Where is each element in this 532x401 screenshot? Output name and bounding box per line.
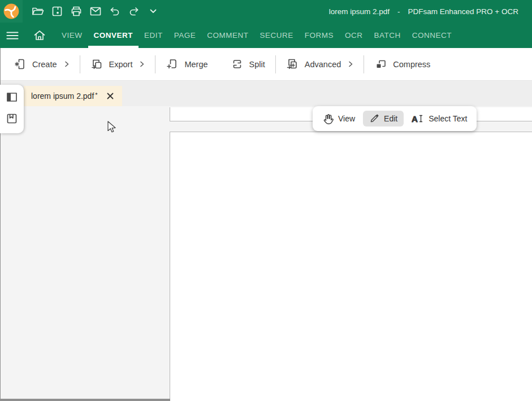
- create-document-icon: [14, 58, 27, 71]
- redo-button[interactable]: [124, 3, 144, 19]
- ribbon-separator: [275, 55, 276, 73]
- open-folder-icon: [31, 5, 45, 18]
- view-mode-button[interactable]: View: [322, 113, 355, 125]
- select-text-mode-button[interactable]: A Select Text: [412, 113, 467, 124]
- menu-tab-forms[interactable]: FORMS: [299, 23, 339, 48]
- tab-close-button[interactable]: [106, 92, 114, 100]
- edit-mode-button[interactable]: Edit: [363, 111, 404, 127]
- sidebar-tools-panel: [0, 85, 24, 133]
- export-icon: [90, 58, 103, 71]
- chevron-right-icon: [140, 60, 145, 68]
- advanced-submenu-chevron: [348, 60, 353, 68]
- save-icon: [50, 5, 64, 18]
- chevron-down-icon: [148, 6, 158, 16]
- window-bottom-border: [0, 399, 170, 401]
- advanced-button[interactable]: Advanced: [286, 58, 354, 71]
- mouse-cursor: [107, 121, 120, 134]
- window-title-document: lorem ipsum 2.pdf: [329, 7, 390, 16]
- main-menu-button[interactable]: [0, 23, 25, 48]
- app-logo[interactable]: [0, 0, 23, 23]
- undo-icon: [108, 5, 122, 18]
- document-tab[interactable]: lorem ipsum 2.pdf *: [24, 86, 122, 106]
- ribbon-separator: [364, 55, 364, 73]
- home-button[interactable]: [27, 23, 52, 48]
- print-button[interactable]: [67, 3, 86, 19]
- menu-tab-batch[interactable]: BATCH: [369, 23, 406, 48]
- export-submenu-chevron: [140, 60, 145, 68]
- menubar: VIEW CONVERT EDIT PAGE COMMENT SECURE FO…: [0, 23, 532, 48]
- document-page[interactable]: [170, 132, 532, 401]
- merge-button[interactable]: Merge: [166, 58, 207, 71]
- hand-icon: [322, 113, 334, 125]
- menu-tab-connect[interactable]: CONNECT: [406, 23, 457, 48]
- ribbon-toolbar: Create Export Merge: [0, 48, 532, 81]
- email-button[interactable]: [86, 3, 105, 19]
- menu-tab-edit[interactable]: EDIT: [139, 23, 168, 48]
- text-select-icon: A: [412, 113, 424, 124]
- window-title-app: PDFsam Enhanced PRO + OCR: [408, 7, 518, 16]
- menu-tab-ocr[interactable]: OCR: [339, 23, 369, 48]
- pdfsam-window: lorem ipsum 2.pdf - PDFsam Enhanced PRO …: [0, 0, 532, 401]
- tab-label: lorem ipsum 2.pdf: [31, 91, 94, 101]
- pdfsam-logo-icon: [3, 3, 20, 20]
- menu-tabs: VIEW CONVERT EDIT PAGE COMMENT SECURE FO…: [56, 23, 457, 48]
- home-icon: [33, 29, 46, 42]
- window-title-separator: -: [397, 7, 400, 16]
- svg-text:A: A: [412, 114, 418, 124]
- compress-button[interactable]: Compress: [374, 58, 430, 71]
- ribbon-separator: [80, 55, 80, 73]
- advanced-icon: [286, 58, 299, 71]
- split-button[interactable]: Split: [231, 58, 265, 71]
- chevron-right-icon: [64, 60, 70, 68]
- print-icon: [70, 5, 83, 18]
- save-button[interactable]: [47, 3, 67, 19]
- titlebar: lorem ipsum 2.pdf - PDFsam Enhanced PRO …: [0, 0, 532, 23]
- window-title: lorem ipsum 2.pdf - PDFsam Enhanced PRO …: [329, 0, 518, 23]
- split-icon: [231, 58, 244, 71]
- merge-icon: [166, 58, 179, 71]
- menu-tab-comment[interactable]: COMMENT: [201, 23, 254, 48]
- expand-toolbar-button[interactable]: [144, 3, 163, 19]
- menu-tab-secure[interactable]: SECURE: [254, 23, 299, 48]
- ribbon-separator: [155, 55, 155, 73]
- pencil-icon: [369, 114, 379, 124]
- close-icon: [106, 92, 114, 100]
- document-tabbar: lorem ipsum 2.pdf *: [0, 81, 532, 106]
- menu-tab-view[interactable]: VIEW: [56, 23, 88, 48]
- tab-modified-marker: *: [95, 91, 97, 98]
- menu-tab-page[interactable]: PAGE: [168, 23, 202, 48]
- viewer-mode-toolbar: View Edit A Select Text: [313, 106, 477, 131]
- open-file-button[interactable]: [28, 3, 47, 19]
- undo-button[interactable]: [105, 3, 124, 19]
- create-button[interactable]: Create: [14, 58, 70, 71]
- create-submenu-chevron: [64, 60, 70, 68]
- redo-icon: [127, 5, 141, 18]
- bookmarks-button[interactable]: [4, 111, 20, 127]
- bookmark-icon: [6, 112, 18, 125]
- side-panel-icon: [6, 91, 18, 103]
- menu-tab-convert[interactable]: CONVERT: [88, 23, 139, 48]
- compress-icon: [374, 58, 387, 71]
- export-button[interactable]: Export: [90, 58, 145, 71]
- hamburger-icon: [6, 29, 19, 42]
- viewer-area: View Edit A Select Text: [0, 106, 532, 401]
- toggle-panel-button[interactable]: [4, 89, 20, 105]
- email-icon: [89, 5, 102, 18]
- chevron-right-icon: [348, 60, 353, 68]
